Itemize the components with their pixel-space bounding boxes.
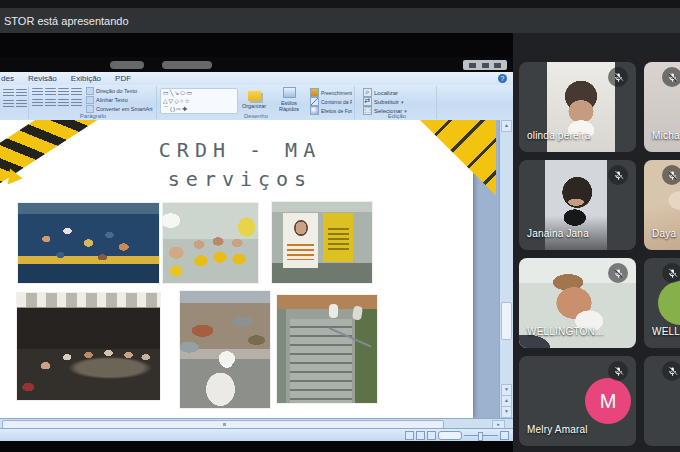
vertical-scrollbar[interactable]: ▲ ▼ ▲ ▼ [499, 120, 513, 418]
smartart-icon [86, 105, 94, 113]
shape-outline-icon [310, 97, 319, 106]
zoom-slider[interactable] [464, 435, 498, 436]
powerpoint-titlebar [0, 57, 513, 72]
bullets-icon[interactable] [32, 88, 43, 97]
participant-tile-olinda-pereira[interactable]: olinda pereira [519, 62, 636, 152]
align-text-label: Alinhar Texto [96, 97, 128, 103]
quick-styles-label: Estilos Rápidos [272, 100, 306, 112]
zoom-slider-thumb[interactable] [478, 432, 483, 441]
participant-tile-wellington[interactable]: WELLINGTON... [519, 258, 636, 348]
font-button-icon[interactable] [3, 100, 14, 109]
photo-street-banners-on-fence [272, 202, 372, 283]
close-icon[interactable] [494, 63, 501, 68]
shape-outline-button[interactable]: Contorno da Forma ▾ [310, 97, 352, 106]
powerpoint-window: des Revisão Exibição PDF ? [0, 57, 513, 440]
meet-window: STOR está apresentando des Revisão Exibi… [0, 0, 680, 452]
window-controls[interactable] [463, 60, 507, 70]
ribbon-tab-partial[interactable]: des [0, 72, 21, 85]
dropdown-icon: ▾ [401, 99, 404, 105]
quick-styles-button[interactable]: Estilos Rápidos [272, 87, 306, 112]
normal-view-icon[interactable] [405, 431, 414, 440]
next-slide-icon[interactable]: ▼ [501, 406, 512, 418]
slide-editing-area: CRDH - MA serviços [0, 120, 513, 418]
window-title-fragment [110, 61, 144, 69]
window-title-fragment [162, 61, 212, 69]
ribbon-tab-revisao[interactable]: Revisão [21, 72, 64, 85]
avatar [658, 281, 680, 325]
shape-fill-icon [310, 88, 319, 97]
fit-to-window-icon[interactable] [500, 431, 509, 440]
text-direction-icon [86, 87, 94, 95]
shapes-row: △▽◇○☆ [163, 97, 235, 105]
slide-sorter-view-icon[interactable] [416, 431, 425, 440]
align-text-button[interactable]: Alinhar Texto [86, 96, 154, 104]
mic-muted-icon [662, 361, 680, 381]
convert-smartart-button[interactable]: Converter em SmartArt [86, 105, 154, 113]
replace-icon: ⇄ [363, 97, 372, 106]
justify-icon[interactable] [71, 99, 82, 108]
help-icon[interactable]: ? [498, 74, 507, 83]
slide-title-line2: serviços [95, 165, 385, 194]
font-button-icon[interactable] [16, 100, 27, 109]
find-button[interactable]: ⌕ Localizar [363, 88, 431, 97]
organize-icon [248, 91, 261, 101]
slide-title-line1: CRDH - MA [95, 136, 385, 165]
shape-fill-button[interactable]: Preenchimento da Forma ▾ [310, 88, 352, 97]
text-direction-button[interactable]: Direção do Texto [86, 87, 154, 95]
shapes-row: ⌒()⇨✚ [163, 105, 235, 113]
align-left-icon[interactable] [32, 99, 43, 108]
zoom-level-badge[interactable] [438, 431, 462, 440]
participant-tile-daya[interactable]: Daya [644, 160, 680, 250]
participant-name: Janaina Jana [527, 228, 589, 239]
ribbon: Direção do Texto Alinhar Texto Converter… [0, 85, 513, 120]
mic-muted-icon [608, 361, 628, 381]
shapes-row: ▭╲↘⬭▭ [163, 89, 235, 97]
figure-in-white [352, 305, 363, 320]
align-text-icon [86, 96, 94, 104]
indent-increase-icon[interactable] [71, 88, 82, 97]
participant-name: Melry Amaral [527, 424, 588, 435]
align-center-icon[interactable] [45, 99, 56, 108]
participant-tile-janaina-jana[interactable]: Janaina Jana [519, 160, 636, 250]
ribbon-tab-pdf[interactable]: PDF [108, 72, 138, 85]
indent-decrease-icon[interactable] [58, 88, 69, 97]
slide: CRDH - MA serviços [0, 120, 473, 418]
white-banner [283, 213, 318, 268]
ribbon-tab-bar: des Revisão Exibição PDF ? [0, 72, 513, 86]
vertical-scroll-thumb[interactable] [501, 302, 512, 340]
participant-tile-melry-amaral[interactable]: M Melry Amaral [519, 356, 636, 446]
mic-muted-icon [608, 67, 628, 87]
font-group-partial [0, 86, 29, 119]
organize-button[interactable]: Organizar [238, 87, 270, 112]
scroll-up-icon[interactable]: ▲ [501, 120, 512, 132]
shapes-gallery[interactable]: ▭╲↘⬭▭ △▽◇○☆ ⌒()⇨✚ [160, 88, 238, 114]
mic-muted-icon [662, 67, 680, 87]
yellow-banner [323, 213, 353, 262]
organize-label: Organizar [242, 103, 266, 109]
avatar: M [585, 378, 631, 424]
participant-tile-partial[interactable] [644, 356, 680, 446]
numbering-icon[interactable] [45, 88, 56, 97]
participant-name: WELLINGTON... [527, 326, 604, 337]
align-right-icon[interactable] [58, 99, 69, 108]
participant-name: Micha [652, 130, 680, 141]
mic-muted-icon [662, 263, 680, 283]
participant-tile-well[interactable]: WELL [644, 258, 680, 348]
paragraph-group-label: Parágrafo [30, 113, 156, 119]
minimize-icon[interactable] [469, 63, 476, 68]
replace-button[interactable]: ⇄ Substituir ▾ [363, 97, 431, 106]
ribbon-tab-exibicao[interactable]: Exibição [64, 72, 108, 85]
participant-tile-micha[interactable]: Micha [644, 62, 680, 152]
restore-icon[interactable] [482, 63, 489, 68]
paragraph-group: Direção do Texto Alinhar Texto Converter… [30, 86, 157, 119]
mic-muted-icon [608, 165, 628, 185]
font-button-icon[interactable] [16, 89, 27, 98]
slideshow-view-icon[interactable] [427, 431, 436, 440]
text-direction-label: Direção do Texto [96, 88, 137, 94]
presenting-text: STOR está apresentando [4, 15, 129, 27]
font-button-icon[interactable] [3, 89, 14, 98]
top-strip [0, 0, 680, 8]
mic-muted-icon [608, 263, 628, 283]
figure-in-white [329, 304, 338, 318]
drawing-group-label: Desenho [158, 113, 354, 119]
